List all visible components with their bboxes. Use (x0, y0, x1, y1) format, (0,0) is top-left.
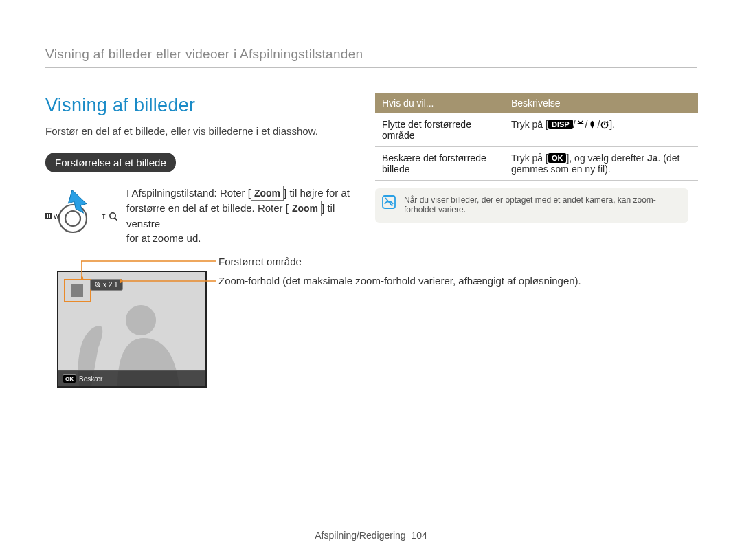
svg-rect-6 (49, 216, 50, 218)
zoom-instruction-text: I Afspilningstilstand: Roter [Zoom] til … (126, 186, 361, 246)
table-cell-action: Beskære det forstørrede billede (375, 147, 504, 181)
page-header: Visning af billeder eller videoer i Afsp… (45, 47, 363, 62)
info-note-icon (382, 195, 396, 209)
table-row: Flytte det forstørrede område Tryk på [D… (375, 113, 698, 147)
zoom-label-box: Zoom (289, 201, 322, 216)
actions-table: Hvis du vil... Beskrivelse Flytte det fo… (375, 93, 698, 181)
magnify-plus-icon (95, 282, 101, 288)
disp-chip-icon: DISP (548, 120, 573, 129)
table-cell-desc: Tryk på [OK], og vælg derefter Ja. (det … (504, 147, 698, 181)
page-number: 104 (411, 530, 427, 541)
svg-rect-4 (49, 214, 50, 216)
section-description: Forstør en del af et billede, eller vis … (45, 125, 318, 137)
table-cell-desc: Tryk på [DISP///]. (504, 113, 698, 147)
svg-rect-3 (47, 214, 48, 216)
leader-line-icon (81, 258, 218, 279)
viewfinder-indicator (64, 279, 91, 302)
macro-flower-icon (576, 120, 585, 129)
ja-label: Ja (647, 153, 658, 164)
svg-rect-5 (47, 216, 48, 218)
ok-chip-icon: OK (63, 374, 76, 383)
crop-bar: OK Beskær (58, 370, 205, 386)
section-title: Visning af billeder (45, 95, 195, 116)
svg-rect-17 (592, 127, 594, 129)
svg-point-14 (81, 277, 82, 279)
page-footer: Afspilning/Redigering 104 (0, 530, 742, 541)
table-row: Beskære det forstørrede billede Tryk på … (375, 147, 698, 181)
dial-t-label: T (102, 213, 106, 220)
svg-rect-2 (45, 213, 52, 219)
zoom-dial-icon: W T (45, 190, 117, 238)
info-note: Når du viser billeder, der er optaget me… (375, 188, 688, 223)
flash-icon (587, 120, 597, 129)
leader-line-icon (120, 278, 218, 284)
svg-line-11 (99, 286, 100, 287)
table-head-left: Hvis du vil... (375, 93, 504, 113)
zoom-label-box: Zoom (251, 186, 284, 201)
table-cell-action: Flytte det forstørrede område (375, 113, 504, 147)
svg-point-15 (120, 280, 121, 283)
header-rule (45, 67, 697, 68)
crop-label: Beskær (79, 375, 102, 383)
dial-w-label: W (54, 213, 60, 220)
timer-icon (600, 120, 609, 129)
svg-point-7 (110, 213, 115, 219)
subsection-pill: Forstørrelse af et billede (45, 153, 176, 172)
table-head-right: Beskrivelse (504, 93, 698, 113)
ok-chip-icon: OK (548, 153, 567, 163)
zoom-ratio-badge: x 2.1 (90, 279, 123, 291)
preview-screen: x 2.1 OK Beskær (57, 271, 207, 388)
svg-point-1 (65, 211, 80, 226)
callout-zoom-ratio: Zoom-forhold (det maksimale zoom-forhold… (218, 273, 581, 289)
callout-enlarged-area: Forstørret område (218, 256, 302, 267)
svg-line-8 (115, 218, 117, 221)
